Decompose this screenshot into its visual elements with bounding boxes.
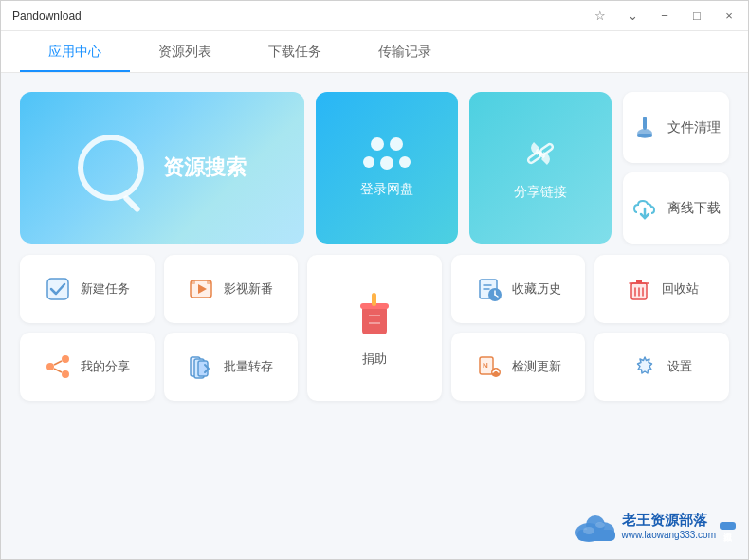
offline-dl-label: 离线下载 [667,200,721,217]
top-cards-row: 资源搜索 登录网盘 [20,92,729,244]
donate-icon [351,289,398,341]
svg-rect-5 [637,134,652,137]
login-card-label: 登录网盘 [360,181,413,198]
movies-card[interactable]: 影视新番 [164,255,299,323]
movies-label: 影视新番 [224,280,273,298]
settings-icon [631,353,658,380]
file-clean-card[interactable]: 文件清理 [623,92,729,163]
recycle-card[interactable]: 回收站 [594,255,729,323]
close-button[interactable]: × [722,9,737,23]
check-icon [45,276,71,302]
svg-point-45 [583,527,594,534]
watermark-url: www.laowang333.com [622,530,717,540]
login-cloud-card[interactable]: 登录网盘 [316,92,458,244]
broom-icon [631,115,658,141]
watermark: 老王资源部落 www.laowang333.com 虚拟资源 [570,504,737,547]
resource-search-card[interactable]: 资源搜索 [20,92,304,244]
svg-line-32 [54,361,62,365]
svg-rect-1 [527,152,541,164]
donate-label: 捐助 [362,351,387,368]
offline-download-card[interactable]: 离线下载 [623,172,729,244]
svg-rect-36 [198,361,208,376]
cloud-download-icon [631,195,658,222]
my-share-card[interactable]: 我的分享 [20,333,155,401]
function-grid: 新建任务 影视新番 捐助 [20,255,729,401]
svg-point-29 [62,355,69,363]
window-controls: ☆ ⌄ − □ × [593,9,737,23]
svg-point-46 [595,522,605,528]
collapse-button[interactable]: ⌄ [625,9,640,23]
new-task-label: 新建任务 [81,280,130,298]
share-icon [45,353,71,380]
pin-button[interactable]: ☆ [593,9,608,23]
trash-icon [626,276,652,302]
history-icon [476,276,502,302]
titlebar: Pandownload ☆ ⌄ − □ × [1,1,748,31]
tab-download-tasks[interactable]: 下载任务 [240,34,350,72]
tab-transfer-records[interactable]: 传输记录 [350,34,460,72]
watermark-name: 老王资源部落 [622,512,717,530]
watermark-cloud-icon [570,504,622,547]
batch-icon [188,353,214,380]
main-content: 资源搜索 登录网盘 [1,73,748,410]
update-icon: N [476,353,502,380]
tab-app-center[interactable]: 应用中心 [20,34,130,72]
svg-line-33 [54,369,62,372]
app-title: Pandownload [12,9,593,23]
svg-rect-25 [636,280,642,283]
batch-label: 批量转存 [224,358,273,375]
share-link-card[interactable]: 分享链接 [469,92,612,244]
batch-transfer-card[interactable]: 批量转存 [164,333,299,401]
new-task-card[interactable]: 新建任务 [20,255,155,323]
svg-point-31 [46,363,54,370]
svg-rect-11 [207,280,211,284]
update-label: 检测更新 [512,358,561,375]
my-share-label: 我的分享 [81,358,130,375]
recycle-label: 回收站 [662,280,699,298]
search-circle-icon [78,135,144,201]
watermark-text: 老王资源部落 www.laowang333.com [622,512,717,540]
search-card-label: 资源搜索 [163,154,247,182]
cloud-dots-icon [363,137,411,170]
settings-card[interactable]: 设置 [594,333,729,401]
svg-point-30 [62,370,69,378]
check-update-card[interactable]: N 检测更新 [451,333,586,401]
file-clean-label: 文件清理 [667,119,721,136]
svg-rect-14 [372,293,376,306]
film-icon [188,276,214,302]
right-col-cards: 文件清理 离线下载 [623,92,729,244]
nav-tabs: 应用中心 资源列表 下载任务 传输记录 [1,31,748,73]
maximize-button[interactable]: □ [689,9,704,23]
donate-card[interactable]: 捐助 [307,255,442,401]
minimize-button[interactable]: − [657,9,672,23]
tab-resource-list[interactable]: 资源列表 [130,34,240,72]
watermark-badge: 虚拟资源 [720,522,736,530]
favorites-card[interactable]: 收藏历史 [451,255,586,323]
settings-label: 设置 [667,358,692,375]
svg-rect-12 [362,306,387,334]
share-card-label: 分享链接 [514,184,567,201]
svg-text:N: N [483,361,488,370]
svg-rect-44 [577,530,615,541]
svg-rect-2 [539,143,554,155]
link-icon [517,135,564,172]
svg-rect-3 [643,117,647,130]
svg-rect-10 [191,280,195,284]
favorites-label: 收藏历史 [512,280,561,298]
